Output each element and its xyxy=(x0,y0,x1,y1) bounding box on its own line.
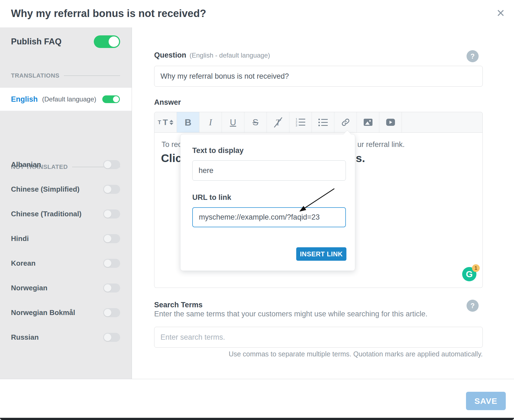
search-terms-label: Search Terms xyxy=(154,301,203,309)
publish-faq-toggle[interactable] xyxy=(94,35,120,48)
grammarly-icon[interactable]: G 1 xyxy=(462,267,476,281)
question-label: Question(English - default language) xyxy=(154,51,270,59)
text-to-display-label: Text to display xyxy=(192,146,244,155)
url-to-link-label: URL to link xyxy=(192,193,231,202)
language-toggle[interactable] xyxy=(103,209,120,218)
sidebar-item-norwegian[interactable]: Norwegian xyxy=(0,276,132,300)
insert-link-button[interactable]: INSERT LINK xyxy=(296,247,346,261)
sidebar-item-norwegian-bokm-l[interactable]: Norwegian Bokmål xyxy=(0,300,132,325)
close-icon[interactable]: × xyxy=(497,6,505,20)
svg-text:3: 3 xyxy=(296,124,297,127)
language-toggle[interactable] xyxy=(103,283,120,293)
language-label: Albanian xyxy=(11,160,41,169)
default-language-note: (Default language) xyxy=(42,95,102,103)
search-terms-help-icon[interactable]: ? xyxy=(467,300,479,312)
question-help-icon[interactable]: ? xyxy=(467,50,479,62)
question-input[interactable] xyxy=(154,66,483,87)
image-icon[interactable] xyxy=(357,112,379,132)
toggle-knob xyxy=(109,36,119,47)
language-toggle[interactable] xyxy=(103,308,120,317)
language-label: Chinese (Traditional) xyxy=(11,210,81,218)
window-bottom-edge xyxy=(0,418,514,420)
language-toggle[interactable] xyxy=(103,185,120,194)
translations-header-label: TRANSLATIONS xyxy=(11,72,60,79)
language-label: Norwegian xyxy=(11,284,47,292)
dialog-footer: SAVE xyxy=(0,379,514,418)
language-toggle[interactable] xyxy=(102,95,120,103)
divider xyxy=(64,75,120,76)
language-label: Korean xyxy=(11,259,36,268)
toggle-knob xyxy=(104,260,111,267)
editor-toolbar: TT B I U S T 1 2 3 xyxy=(154,112,483,133)
question-label-text: Question xyxy=(154,51,186,59)
language-label: Chinese (Simplified) xyxy=(11,185,80,194)
language-toggle[interactable] xyxy=(103,259,120,268)
toggle-knob xyxy=(104,284,111,292)
toggle-knob xyxy=(113,96,119,102)
link-icon[interactable] xyxy=(334,112,357,132)
svg-text:2: 2 xyxy=(296,121,297,124)
unordered-list-icon[interactable] xyxy=(312,112,334,132)
dialog-header: Why my referral bonus is not received? × xyxy=(0,0,514,27)
toggle-knob xyxy=(104,186,111,193)
sidebar-item-chinese-simplified[interactable]: Chinese (Simplified) xyxy=(0,177,132,202)
toggle-knob xyxy=(104,334,111,341)
language-label: Hindi xyxy=(11,234,29,243)
grammarly-badge: 1 xyxy=(472,264,480,272)
language-label: Norwegian Bokmål xyxy=(11,308,75,317)
ordered-list-icon[interactable]: 1 2 3 xyxy=(289,112,312,132)
font-size-icon[interactable]: TT xyxy=(154,112,177,132)
insert-link-popover: Text to display URL to link INSERT LINK xyxy=(180,134,355,271)
sidebar-item-russian[interactable]: Russian xyxy=(0,325,132,350)
grammarly-letter: G xyxy=(466,269,473,279)
url-to-link-input[interactable] xyxy=(192,207,346,227)
language-toggle[interactable] xyxy=(103,234,120,243)
language-label: Russian xyxy=(11,333,39,342)
language-list: AlbanianChinese (Simplified)Chinese (Tra… xyxy=(0,152,132,350)
text-to-display-input[interactable] xyxy=(192,160,346,181)
sidebar-item-albanian[interactable]: Albanian xyxy=(0,152,132,177)
search-terms-description: Enter the same terms that your customers… xyxy=(154,310,427,318)
language-toggle[interactable] xyxy=(103,333,120,342)
underline-icon[interactable]: U xyxy=(222,112,244,132)
italic-icon[interactable]: I xyxy=(199,112,222,132)
sidebar-item-english[interactable]: English (Default language) xyxy=(0,88,132,111)
save-button[interactable]: SAVE xyxy=(466,392,506,410)
clear-formatting-icon[interactable]: T xyxy=(267,112,289,132)
toggle-knob xyxy=(104,309,111,316)
toggle-knob xyxy=(104,161,111,168)
sidebar-item-hindi[interactable]: Hindi xyxy=(0,226,132,251)
translations-section-header: TRANSLATIONS xyxy=(11,72,120,79)
answer-text-fragment: s. xyxy=(356,152,365,165)
search-terms-input[interactable] xyxy=(154,327,483,348)
answer-text-fragment: To rec xyxy=(162,140,182,149)
dialog-title: Why my referral bonus is not received? xyxy=(11,8,206,19)
question-label-note: (English - default language) xyxy=(190,52,270,59)
search-terms-hint: Use commas to separate multiple terms. Q… xyxy=(229,350,483,358)
video-icon[interactable] xyxy=(379,112,402,132)
publish-faq-label: Publish FAQ xyxy=(11,37,61,47)
answer-text-fragment: ur referral link. xyxy=(357,140,405,149)
svg-text:1: 1 xyxy=(296,118,297,121)
strikethrough-icon[interactable]: S xyxy=(244,112,267,132)
language-label: English xyxy=(11,95,38,104)
sidebar-item-chinese-traditional[interactable]: Chinese (Traditional) xyxy=(0,202,132,226)
language-toggle[interactable] xyxy=(103,160,120,169)
toggle-knob xyxy=(104,210,111,218)
answer-text-fragment: Clic xyxy=(161,152,182,165)
publish-faq-row: Publish FAQ xyxy=(11,30,120,53)
answer-label: Answer xyxy=(154,98,181,107)
sidebar-item-korean[interactable]: Korean xyxy=(0,251,132,276)
bold-icon[interactable]: B xyxy=(177,112,199,132)
translations-sidebar: Publish FAQ TRANSLATIONS English (Defaul… xyxy=(0,27,132,379)
faq-edit-dialog: Why my referral bonus is not received? ×… xyxy=(0,0,514,420)
toggle-knob xyxy=(104,235,111,242)
